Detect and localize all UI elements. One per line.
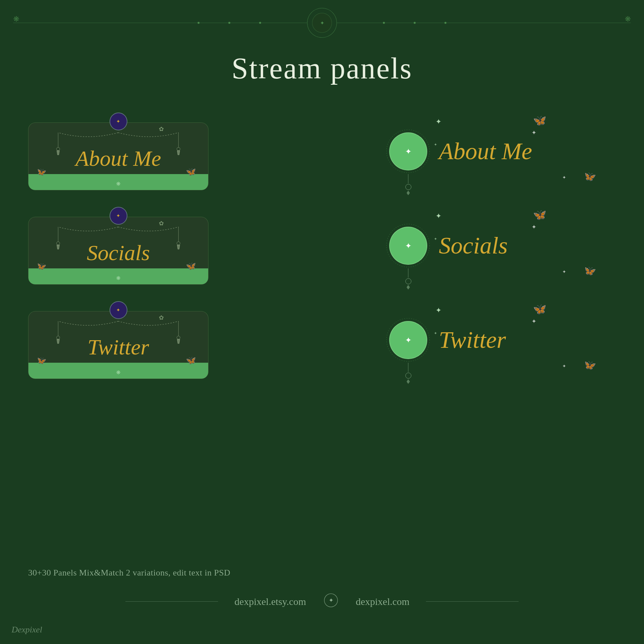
footer-link-right: dexpixel.com (356, 596, 409, 607)
sparkle-11: ✦ (562, 363, 566, 369)
panel2-butterfly-right: 🦋 (186, 261, 196, 271)
page-title: Stream panels (0, 51, 644, 85)
sparkle-3: ✦ (562, 175, 566, 180)
rp3-butterfly-gold: 🦋 (533, 303, 546, 315)
rp3-butterfly-green: 🦋 (584, 360, 596, 371)
rp1-icon: ✦ (389, 132, 427, 170)
rp1-label: About Me (439, 138, 532, 165)
sparkle-12: ✦ (434, 331, 437, 336)
sparkle-1: ✦ (436, 117, 441, 126)
sparkle-10: ✦ (531, 318, 536, 325)
sparkle-2: ✦ (531, 129, 536, 136)
svg-point-23 (387, 318, 430, 361)
rp1-butterfly-green: 🦋 (584, 171, 596, 182)
svg-point-21 (387, 130, 430, 173)
top-decoration: ✦ (13, 23, 631, 23)
left-panel-3: ✿ ✦ Twitter ❋ 🦋 🦋 (28, 301, 208, 379)
panel1-top-ornament: ✦ (110, 113, 127, 130)
sparkle-8: ✦ (434, 237, 437, 242)
sparkle-6: ✦ (531, 223, 536, 231)
panel3-butterfly-right: 🦋 (186, 356, 196, 365)
left-panel-1: ✿ ✦ About Me ❋ 🦋 🦋 (28, 113, 208, 190)
corner-tr-ornament: ❋ (625, 15, 631, 23)
watermark: Dexpixel (12, 625, 42, 635)
panel2-top-ornament: ✦ (110, 207, 127, 225)
panel1-butterfly-right: 🦋 (186, 167, 196, 176)
panel1-label: About Me (28, 146, 208, 171)
svg-point-22 (387, 224, 430, 267)
right-panel-3: ✦ ✦ ✦ ✦ 🦋 🦋 ✦ Twitter (384, 301, 616, 379)
svg-text:✿: ✿ (159, 126, 164, 132)
corner-tl-ornament: ❋ (13, 15, 19, 23)
panel1-butterfly-left: 🦋 (37, 168, 46, 176)
sparkle-5: ✦ (436, 212, 441, 220)
svg-text:✿: ✿ (159, 314, 164, 321)
rp2-label: Socials (439, 232, 508, 259)
svg-text:✦: ✦ (328, 597, 333, 604)
panel2-label: Socials (28, 240, 208, 265)
sparkle-9: ✦ (436, 306, 441, 315)
left-panel-2: ✿ ✦ Socials ❋ 🦋 🦋 (28, 207, 208, 285)
panel3-top-ornament: ✦ (110, 301, 127, 319)
footer-link-left: dexpixel.etsy.com (235, 596, 306, 607)
rp3-icon: ✦ (389, 321, 427, 359)
rp3-label: Twitter (439, 326, 506, 354)
panel3-label: Twitter (28, 335, 208, 360)
rp1-butterfly-gold: 🦋 (533, 114, 546, 127)
right-panel-2: ✦ ✦ ✦ ✦ 🦋 🦋 ✦ Socials (384, 207, 616, 285)
panel3-butterfly-left: 🦋 (37, 356, 46, 365)
right-panel-1: ✦ ✦ ✦ ✦ 🦋 🦋 ✦ About Me (384, 113, 616, 190)
footer-links-area: dexpixel.etsy.com ✦ dexpixel.com (0, 592, 644, 611)
footer-note: 30+30 Panels Mix&Match 2 variations, edi… (28, 568, 616, 578)
panel1-bottom-deco: ❋ (116, 181, 120, 187)
center-ornament-icon: ✦ (320, 20, 324, 26)
panel2-butterfly-left: 🦋 (37, 262, 46, 271)
footer-logo-icon: ✦ (323, 592, 339, 611)
rp2-icon: ✦ (389, 227, 427, 265)
sparkle-7: ✦ (562, 269, 566, 275)
svg-text:✿: ✿ (159, 220, 164, 227)
sparkle-4: ✦ (434, 142, 437, 147)
rp2-butterfly-green: 🦋 (584, 265, 596, 276)
rp2-butterfly-gold: 🦋 (533, 208, 546, 221)
